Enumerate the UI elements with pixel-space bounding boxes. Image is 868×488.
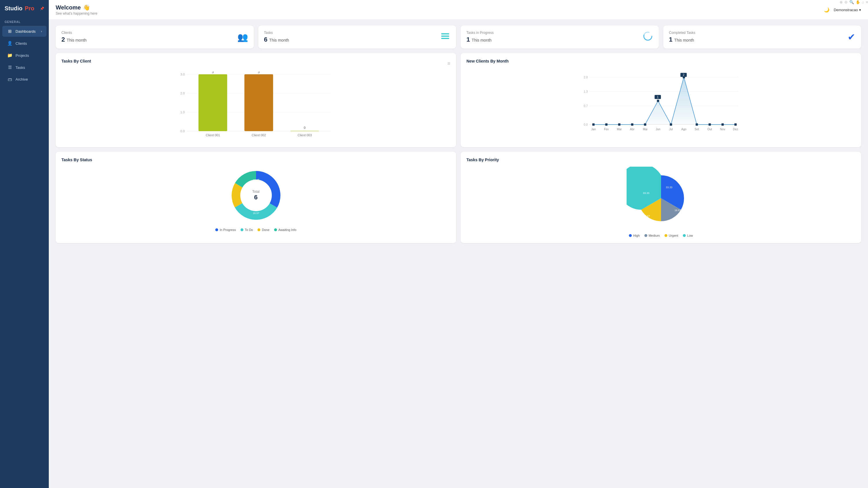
stat-card-in-progress: Tasks in Progress 1 This month bbox=[461, 26, 659, 48]
chevron-right-icon: › bbox=[41, 30, 42, 33]
zoom-out-icon[interactable]: ⊖ bbox=[844, 0, 848, 4]
sidebar-item-clients[interactable]: 👤 Clients bbox=[2, 38, 46, 49]
stat-value: 1 This month bbox=[669, 36, 695, 43]
home-icon[interactable]: ⌂ bbox=[862, 0, 864, 4]
sidebar-logo: StudioPro 📌 bbox=[0, 0, 49, 17]
stat-label: Clients bbox=[61, 31, 87, 35]
svg-text:33.33: 33.33 bbox=[665, 186, 672, 189]
donut-chart-container: 33.33 33.33 16.57 16.67 Total 6 In Progr bbox=[61, 167, 451, 231]
in-progress-stat-icon bbox=[643, 31, 653, 43]
legend-medium: Medium bbox=[644, 234, 660, 237]
svg-text:2: 2 bbox=[683, 73, 685, 76]
stat-info: Clients 2 This month bbox=[61, 31, 87, 43]
donut-center-label: Total bbox=[252, 190, 259, 194]
dark-mode-icon[interactable]: 🌙 bbox=[824, 7, 830, 12]
pan-icon[interactable]: ✋ bbox=[856, 0, 860, 4]
stat-card-completed: Completed Tasks 1 This month ✔ bbox=[663, 26, 861, 48]
page-title: Welcome 👋 bbox=[56, 4, 97, 11]
svg-text:3: 3 bbox=[212, 71, 214, 74]
tasks-icon: ☰ bbox=[7, 65, 12, 70]
svg-text:2.0: 2.0 bbox=[584, 76, 588, 79]
donut-center-value: 6 bbox=[252, 194, 259, 201]
tasks-by-priority-card: Tasks By Priority bbox=[461, 152, 861, 243]
clients-icon: 👤 bbox=[7, 41, 12, 46]
tasks-by-status-title: Tasks By Status bbox=[61, 158, 451, 162]
svg-text:3: 3 bbox=[258, 71, 259, 74]
svg-text:16.67: 16.67 bbox=[643, 215, 650, 218]
svg-rect-0 bbox=[441, 33, 449, 34]
logo-pro: Pro bbox=[25, 5, 34, 12]
chevron-down-icon: ▾ bbox=[859, 8, 861, 12]
svg-rect-46 bbox=[722, 123, 724, 126]
stat-label: Tasks bbox=[264, 31, 289, 35]
svg-rect-36 bbox=[657, 100, 659, 102]
svg-rect-45 bbox=[709, 123, 711, 126]
svg-rect-40 bbox=[670, 123, 672, 126]
stat-info: Completed Tasks 1 This month bbox=[669, 31, 695, 43]
sidebar-item-label: Dashboards bbox=[16, 29, 36, 34]
chart-menu-icon[interactable]: ≡ bbox=[447, 61, 451, 67]
legend-done: Done bbox=[257, 228, 269, 231]
svg-text:Abr: Abr bbox=[630, 128, 634, 131]
svg-text:Mar: Mar bbox=[617, 128, 622, 131]
sidebar: StudioPro 📌 GENERAL ⊞ Dashboards › 👤 Cli… bbox=[0, 0, 49, 488]
stat-label: Completed Tasks bbox=[669, 31, 695, 35]
legend-awaiting-info: Awaiting Info bbox=[274, 228, 297, 231]
sidebar-item-label: Projects bbox=[16, 53, 29, 58]
sidebar-item-tasks[interactable]: ☰ Tasks bbox=[2, 62, 46, 73]
svg-text:16.67: 16.67 bbox=[674, 209, 681, 212]
header-title-group: Welcome 👋 See what's happening here bbox=[56, 4, 97, 15]
magnify-icon[interactable]: 🔍 bbox=[849, 0, 854, 4]
legend-high: High bbox=[629, 234, 640, 237]
svg-text:Fev: Fev bbox=[604, 128, 609, 131]
stat-value: 1 This month bbox=[466, 36, 494, 43]
donut-svg: 33.33 33.33 16.57 16.67 Total 6 bbox=[227, 167, 285, 224]
zoom-in-icon[interactable]: ⊕ bbox=[840, 0, 843, 4]
svg-text:1.3: 1.3 bbox=[584, 90, 588, 93]
stat-card-tasks: Tasks 6 This month bbox=[258, 26, 456, 48]
main-content: Welcome 👋 See what's happening here 🌙 De… bbox=[49, 0, 868, 488]
sidebar-item-projects[interactable]: 📁 Projects bbox=[2, 50, 46, 61]
svg-text:0.0: 0.0 bbox=[180, 129, 185, 133]
svg-text:Client 001: Client 001 bbox=[206, 133, 220, 137]
legend-urgent: Urgent bbox=[664, 234, 678, 237]
stat-card-clients: Clients 2 This month 👥 bbox=[56, 26, 254, 48]
svg-text:Jan: Jan bbox=[591, 128, 596, 131]
new-clients-by-month-card: New Clients By Month ⊕ ⊖ 🔍 ✋ ⌂ ≡ bbox=[461, 53, 861, 147]
svg-rect-19 bbox=[290, 131, 319, 131]
charts-row-2: Tasks By Status bbox=[49, 152, 868, 248]
sidebar-item-label: Tasks bbox=[16, 65, 25, 70]
svg-rect-47 bbox=[735, 123, 737, 126]
donut-legend: In Progress To Do Done Awaiting Info bbox=[215, 228, 296, 231]
stat-label: Tasks in Progress bbox=[466, 31, 494, 35]
svg-text:33.33: 33.33 bbox=[241, 199, 248, 202]
pin-icon: 📌 bbox=[40, 7, 44, 11]
sidebar-item-dashboards[interactable]: ⊞ Dashboards › bbox=[2, 26, 46, 37]
logo-studio: Studio bbox=[5, 5, 22, 12]
sidebar-item-label: Archive bbox=[16, 77, 28, 82]
donut-center: Total 6 bbox=[252, 190, 259, 201]
svg-text:Set: Set bbox=[694, 128, 699, 131]
svg-text:Jun: Jun bbox=[656, 128, 660, 131]
svg-rect-32 bbox=[606, 123, 608, 126]
stat-info: Tasks 6 This month bbox=[264, 31, 289, 43]
menu-icon[interactable]: ≡ bbox=[866, 0, 868, 4]
svg-rect-44 bbox=[696, 123, 698, 126]
legend-to-do: To Do bbox=[241, 228, 253, 231]
svg-rect-34 bbox=[631, 123, 633, 126]
sidebar-item-archive[interactable]: 🗃 Archive bbox=[2, 74, 46, 85]
svg-text:16.67: 16.67 bbox=[253, 179, 259, 182]
svg-text:1: 1 bbox=[657, 96, 659, 99]
legend-in-progress: In Progress bbox=[215, 228, 236, 231]
pie-chart-container: 33.33 16.67 16.67 33.33 High Medium bbox=[466, 167, 856, 237]
svg-text:Jul: Jul bbox=[669, 128, 673, 131]
stat-value: 6 This month bbox=[264, 36, 289, 43]
new-clients-title: New Clients By Month bbox=[466, 59, 508, 63]
user-menu[interactable]: Demonstracao ▾ bbox=[834, 8, 861, 12]
svg-text:0.7: 0.7 bbox=[584, 104, 588, 107]
svg-text:Client 002: Client 002 bbox=[252, 133, 266, 137]
page-subtitle: See what's happening here bbox=[56, 11, 97, 15]
svg-text:Client 003: Client 003 bbox=[298, 133, 312, 137]
svg-text:0.0: 0.0 bbox=[584, 123, 588, 126]
svg-text:1.0: 1.0 bbox=[180, 110, 185, 114]
